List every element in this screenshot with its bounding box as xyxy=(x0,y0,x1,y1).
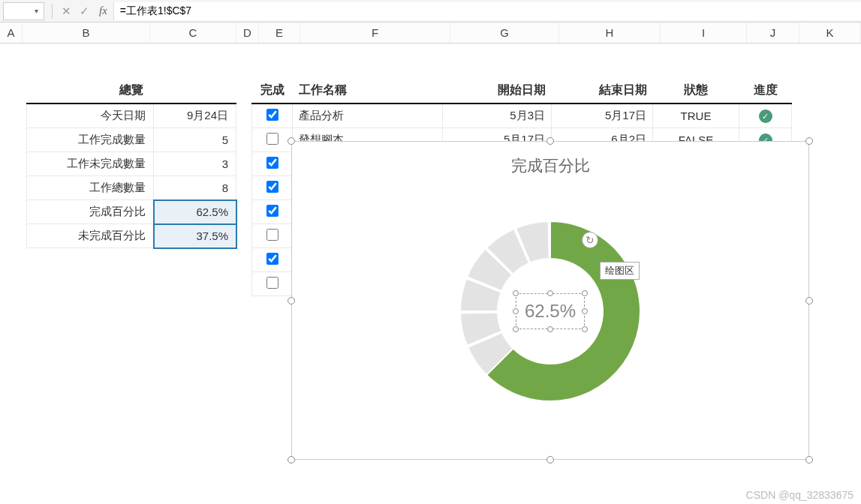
resize-handle[interactable] xyxy=(582,326,588,332)
resize-handle[interactable] xyxy=(288,456,295,464)
table-row: 未完成百分比37.5% xyxy=(27,224,236,248)
col-done: 完成 xyxy=(252,78,293,104)
summary-table: 總覽 今天日期9月24日工作完成數量5工作未完成數量3工作總數量8完成百分比62… xyxy=(26,78,236,248)
col-start: 開始日期 xyxy=(443,78,552,104)
col-status: 狀態 xyxy=(653,78,739,104)
resize-handle[interactable] xyxy=(513,308,519,314)
done-cell[interactable] xyxy=(252,272,293,296)
table-row: 完成百分比62.5% xyxy=(27,200,236,224)
done-checkbox[interactable] xyxy=(266,181,278,193)
table-row: 工作未完成數量3 xyxy=(27,152,236,176)
watermark: CSDN @qq_32833675 xyxy=(746,489,853,501)
column-headers: ABCDEFGHIJK xyxy=(0,22,861,44)
chart-plot-area[interactable]: 62.5% xyxy=(292,176,808,446)
name-box-dropdown-icon[interactable]: ▾ xyxy=(32,7,41,15)
done-checkbox[interactable] xyxy=(266,157,278,169)
col-name: 工作名稱 xyxy=(293,78,443,104)
cancel-button[interactable]: ✕ xyxy=(57,2,75,20)
column-header[interactable]: J xyxy=(747,22,799,43)
resize-handle[interactable] xyxy=(805,456,813,464)
task-name[interactable]: 產品分析 xyxy=(293,104,443,128)
col-progress: 進度 xyxy=(739,78,792,104)
summary-label[interactable]: 工作未完成數量 xyxy=(27,152,154,176)
formula-input[interactable] xyxy=(113,2,861,20)
done-cell[interactable] xyxy=(252,224,293,248)
summary-value[interactable]: 9月24日 xyxy=(154,104,236,128)
spreadsheet-grid[interactable]: 總覽 今天日期9月24日工作完成數量5工作未完成數量3工作總數量8完成百分比62… xyxy=(0,44,861,504)
summary-value[interactable]: 3 xyxy=(154,152,236,176)
done-checkbox[interactable] xyxy=(266,133,278,145)
summary-header: 總覽 xyxy=(27,78,236,104)
resize-handle[interactable] xyxy=(546,456,554,464)
end-date[interactable]: 5月17日 xyxy=(552,104,653,128)
done-checkbox[interactable] xyxy=(266,277,278,289)
column-header[interactable]: A xyxy=(0,22,23,43)
table-row: 今天日期9月24日 xyxy=(27,104,236,128)
table-row: 產品分析 5月3日 5月17日 TRUE ✓ xyxy=(252,104,792,128)
resize-handle[interactable] xyxy=(547,326,553,332)
done-cell[interactable] xyxy=(252,152,293,176)
summary-value[interactable]: 37.5% xyxy=(154,224,236,248)
fx-icon[interactable]: fx xyxy=(93,4,113,17)
summary-value[interactable]: 8 xyxy=(154,176,236,200)
resize-handle[interactable] xyxy=(547,290,553,296)
summary-value[interactable]: 5 xyxy=(154,128,236,152)
check-icon: ✓ xyxy=(759,110,772,123)
resize-handle[interactable] xyxy=(513,290,519,296)
done-checkbox[interactable] xyxy=(266,229,278,241)
formula-bar: ▾ ✕ ✓ fx xyxy=(0,0,861,22)
chart-center-label[interactable]: 62.5% xyxy=(525,301,576,322)
summary-label[interactable]: 未完成百分比 xyxy=(27,224,154,248)
column-header[interactable]: F xyxy=(300,22,450,43)
resize-handle[interactable] xyxy=(288,137,295,145)
table-row: 工作完成數量5 xyxy=(27,128,236,152)
done-cell[interactable] xyxy=(252,248,293,272)
done-checkbox[interactable] xyxy=(266,109,278,121)
summary-label[interactable]: 今天日期 xyxy=(27,104,154,128)
resize-handle[interactable] xyxy=(513,326,519,332)
chart-title[interactable]: 完成百分比 xyxy=(292,142,808,176)
summary-label[interactable]: 工作總數量 xyxy=(27,176,154,200)
table-row: 工作總數量8 xyxy=(27,176,236,200)
resize-handle[interactable] xyxy=(582,308,588,314)
resize-handle[interactable] xyxy=(546,137,554,145)
done-checkbox[interactable] xyxy=(266,205,278,217)
name-box[interactable]: ▾ xyxy=(3,2,44,20)
done-checkbox[interactable] xyxy=(266,253,278,265)
done-cell[interactable] xyxy=(252,200,293,224)
column-header[interactable]: B xyxy=(23,22,150,43)
done-cell[interactable] xyxy=(252,176,293,200)
chart-object[interactable]: 完成百分比 62.5% ↻ 绘图区 xyxy=(291,141,809,460)
column-header[interactable]: D xyxy=(236,22,259,43)
summary-label[interactable]: 完成百分比 xyxy=(27,200,154,224)
done-cell[interactable] xyxy=(252,104,293,128)
col-end: 結束日期 xyxy=(552,78,653,104)
progress-cell[interactable]: ✓ xyxy=(739,104,792,128)
start-date[interactable]: 5月3日 xyxy=(443,104,552,128)
column-header[interactable]: E xyxy=(259,22,300,43)
tooltip: 绘图区 xyxy=(600,262,640,280)
confirm-button[interactable]: ✓ xyxy=(75,2,93,20)
separator xyxy=(52,4,53,19)
resize-handle[interactable] xyxy=(805,137,813,145)
done-cell[interactable] xyxy=(252,128,293,152)
column-header[interactable]: C xyxy=(150,22,236,43)
column-header[interactable]: K xyxy=(799,22,861,43)
status-cell[interactable]: TRUE xyxy=(653,104,739,128)
resize-handle[interactable] xyxy=(582,290,588,296)
column-header[interactable]: I xyxy=(661,22,747,43)
summary-label[interactable]: 工作完成數量 xyxy=(27,128,154,152)
rotate-handle-icon[interactable]: ↻ xyxy=(582,232,598,248)
summary-value[interactable]: 62.5% xyxy=(154,200,236,224)
column-header[interactable]: G xyxy=(450,22,559,43)
column-header[interactable]: H xyxy=(559,22,661,43)
